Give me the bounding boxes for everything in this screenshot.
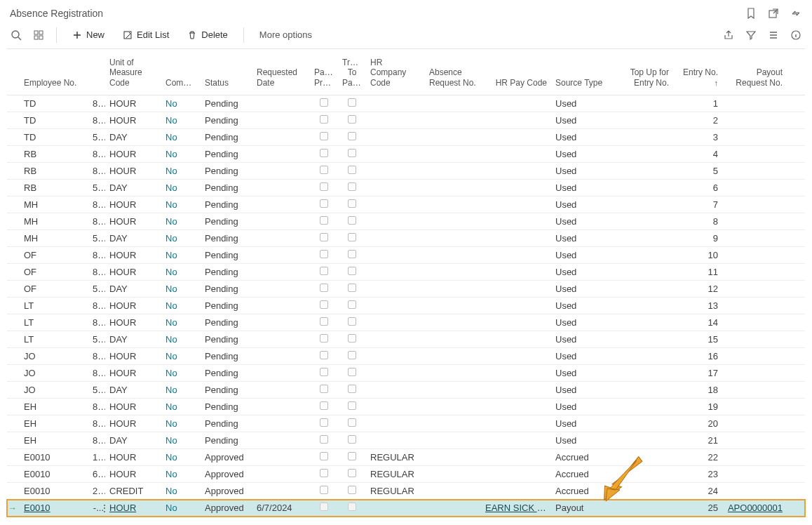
cell-employee-no[interactable]: E0010 bbox=[7, 500, 91, 516]
checkbox[interactable] bbox=[320, 149, 328, 157]
collapse-icon[interactable] bbox=[790, 7, 802, 20]
cell-uom[interactable]: HOUR bbox=[105, 298, 161, 314]
cell-employee-no[interactable]: JO bbox=[7, 348, 91, 364]
cell-hr-pay-code[interactable] bbox=[481, 219, 551, 225]
cell-comm[interactable]: No bbox=[161, 331, 201, 347]
cell-uom[interactable]: DAY bbox=[105, 382, 161, 398]
cell-uom[interactable]: HOUR bbox=[105, 112, 161, 128]
col-payr-pro[interactable]: Payr... Pro... bbox=[310, 65, 338, 91]
cell-payr-pro[interactable] bbox=[310, 146, 338, 162]
col-hr-company[interactable]: HR Company Code bbox=[366, 55, 425, 91]
col-status[interactable]: Status bbox=[201, 75, 252, 91]
cell-employee-no[interactable]: OF bbox=[7, 281, 91, 297]
cell-comm[interactable]: No bbox=[161, 382, 201, 398]
cell-uom[interactable]: HOUR bbox=[105, 264, 161, 280]
table-row[interactable]: MH8...HOURNoPendingUsed7 bbox=[7, 197, 805, 213]
cell-comm[interactable]: No bbox=[161, 112, 201, 128]
cell-payout-req[interactable] bbox=[722, 253, 790, 258]
cell-hr-pay-code[interactable] bbox=[481, 101, 551, 107]
cell-uom[interactable]: HOUR bbox=[105, 213, 161, 230]
cell-payout-req[interactable] bbox=[722, 185, 790, 191]
cell-employee-no[interactable]: EH bbox=[7, 432, 91, 448]
cell-tran-to-payr[interactable] bbox=[338, 382, 366, 398]
cell-payout-req[interactable] bbox=[722, 371, 790, 376]
checkbox[interactable] bbox=[320, 334, 328, 343]
cell-payr-pro[interactable] bbox=[310, 163, 338, 179]
col-source-type[interactable]: Source Type bbox=[551, 75, 617, 91]
checkbox[interactable] bbox=[348, 334, 356, 343]
open-new-window-icon[interactable] bbox=[767, 7, 780, 20]
checkbox[interactable] bbox=[348, 115, 356, 124]
cell-payout-req[interactable] bbox=[722, 404, 790, 410]
cell-uom[interactable]: HOUR bbox=[105, 348, 161, 364]
cell-tran-to-payr[interactable] bbox=[338, 247, 366, 263]
checkbox[interactable] bbox=[348, 182, 356, 191]
checkbox[interactable] bbox=[348, 368, 356, 376]
cell-hr-pay-code[interactable] bbox=[481, 185, 551, 191]
grid-view-icon[interactable] bbox=[32, 29, 45, 41]
cell-payr-pro[interactable] bbox=[310, 314, 338, 331]
checkbox[interactable] bbox=[320, 284, 328, 292]
delete-button[interactable]: Delete bbox=[183, 27, 232, 43]
cell-tran-to-payr[interactable] bbox=[338, 197, 366, 213]
cell-uom[interactable]: HOUR bbox=[105, 500, 161, 516]
cell-comm[interactable]: No bbox=[161, 95, 201, 112]
cell-uom[interactable]: DAY bbox=[105, 331, 161, 347]
cell-payout-req[interactable] bbox=[722, 320, 790, 326]
cell-hr-pay-code[interactable]: EARN SICK PAY bbox=[481, 500, 551, 516]
cell-comm[interactable]: No bbox=[161, 399, 201, 415]
cell-employee-no[interactable]: EH bbox=[7, 416, 91, 432]
checkbox[interactable] bbox=[348, 98, 356, 107]
cell-payout-req[interactable] bbox=[722, 152, 790, 157]
table-row[interactable]: OF5...DAYNoPendingUsed12 bbox=[7, 281, 805, 298]
cell-payout-req[interactable] bbox=[722, 236, 790, 241]
checkbox[interactable] bbox=[348, 452, 356, 460]
cell-hr-pay-code[interactable] bbox=[481, 118, 551, 124]
cell-hr-pay-code[interactable] bbox=[481, 286, 551, 292]
cell-hr-pay-code[interactable] bbox=[481, 320, 551, 326]
cell-employee-no[interactable]: MH bbox=[7, 213, 91, 230]
cell-employee-no[interactable]: RB bbox=[7, 146, 91, 162]
table-row[interactable]: MH5...DAYNoPendingUsed9 bbox=[7, 230, 805, 247]
checkbox[interactable] bbox=[320, 418, 328, 427]
cell-hr-pay-code[interactable] bbox=[481, 168, 551, 174]
cell-comm[interactable]: No bbox=[161, 314, 201, 331]
cell-payout-req[interactable] bbox=[722, 270, 790, 275]
cell-payout-req[interactable] bbox=[722, 387, 790, 393]
cell-tran-to-payr[interactable] bbox=[338, 230, 366, 246]
table-row[interactable]: EH8...HOURNoPendingUsed20 bbox=[7, 416, 805, 432]
edit-list-button[interactable]: Edit List bbox=[119, 27, 173, 43]
cell-employee-no[interactable]: LT bbox=[7, 314, 91, 331]
checkbox[interactable] bbox=[348, 250, 356, 258]
cell-comm[interactable]: No bbox=[161, 298, 201, 314]
cell-uom[interactable]: HOUR bbox=[105, 247, 161, 263]
cell-tran-to-payr[interactable] bbox=[338, 163, 366, 179]
cell-payr-pro[interactable] bbox=[310, 382, 338, 398]
cell-hr-pay-code[interactable] bbox=[481, 303, 551, 309]
cell-employee-no[interactable]: RB bbox=[7, 180, 91, 196]
cell-comm[interactable]: No bbox=[161, 348, 201, 364]
cell-comm[interactable]: No bbox=[161, 213, 201, 230]
cell-employee-no[interactable]: E0010 bbox=[7, 466, 91, 482]
table-row[interactable]: OF8...HOURNoPendingUsed10 bbox=[7, 247, 805, 264]
checkbox[interactable] bbox=[320, 132, 328, 140]
filter-icon[interactable] bbox=[745, 29, 757, 41]
checkbox[interactable] bbox=[320, 469, 328, 477]
table-row[interactable]: LT8...HOURNoPendingUsed13 bbox=[7, 298, 805, 314]
cell-comm[interactable]: No bbox=[161, 466, 201, 482]
checkbox[interactable] bbox=[348, 267, 356, 275]
table-row[interactable]: E00102...CREDITNoApprovedREGULARAccrued2… bbox=[7, 483, 805, 500]
cell-hr-pay-code[interactable] bbox=[481, 253, 551, 258]
cell-payr-pro[interactable] bbox=[310, 247, 338, 263]
checkbox[interactable] bbox=[320, 233, 328, 241]
cell-tran-to-payr[interactable] bbox=[338, 314, 366, 331]
checkbox[interactable] bbox=[348, 233, 356, 241]
cell-uom[interactable]: HOUR bbox=[105, 197, 161, 213]
cell-payr-pro[interactable] bbox=[310, 348, 338, 364]
cell-tran-to-payr[interactable] bbox=[338, 112, 366, 128]
col-uom[interactable]: Unit of Measure Code bbox=[105, 55, 161, 91]
cell-employee-no[interactable]: TD bbox=[7, 129, 91, 145]
table-row[interactable]: JO8...HOURNoPendingUsed16 bbox=[7, 348, 805, 365]
cell-uom[interactable]: HOUR bbox=[105, 416, 161, 432]
table-row[interactable]: EH8...HOURNoPendingUsed19 bbox=[7, 399, 805, 416]
